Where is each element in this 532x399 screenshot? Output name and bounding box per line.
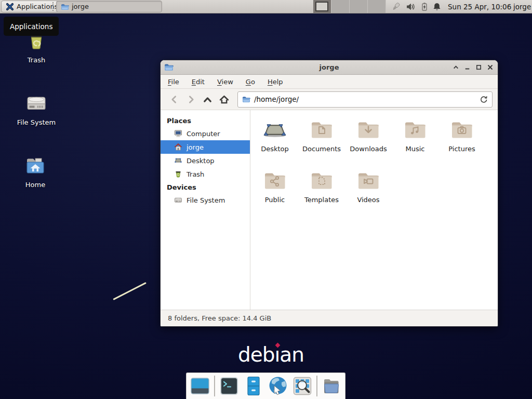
videos-folder-icon [356, 168, 381, 193]
desktop-icon-home[interactable]: Home [10, 154, 60, 189]
directory-menu-launcher[interactable] [321, 376, 342, 396]
notifications-bell-icon[interactable] [432, 2, 442, 11]
menu-view[interactable]: View [217, 78, 233, 86]
up-icon [203, 95, 212, 104]
menu-edit[interactable]: Edit [192, 78, 205, 86]
panel-separator-grip[interactable] [52, 2, 56, 11]
file-item-documents[interactable]: Documents [298, 117, 345, 154]
window-titlebar[interactable]: jorge [161, 60, 498, 75]
minimize-button[interactable] [464, 64, 471, 71]
terminal-launcher[interactable] [219, 376, 240, 396]
location-path[interactable]: /home/jorge/ [254, 95, 475, 103]
file-item-downloads[interactable]: Downloads [345, 117, 392, 154]
templates-folder-icon [309, 168, 334, 193]
maximize-button[interactable] [475, 64, 482, 71]
file-item-templates[interactable]: Templates [298, 168, 345, 205]
sidebar-section-places: Places [161, 114, 250, 127]
location-bar[interactable]: /home/jorge/ [237, 91, 493, 108]
volume-icon[interactable] [406, 2, 415, 11]
sidebar-item-file-system[interactable]: File System [161, 193, 250, 207]
desktop-icon-label: Trash [28, 56, 45, 64]
places-sidebar: Places Computer jorge Desktop Trash [161, 110, 250, 310]
sidebar-item-computer[interactable]: Computer [161, 127, 250, 140]
trash-icon [174, 170, 182, 178]
file-manager-launcher[interactable] [243, 376, 264, 396]
dock-separator [316, 376, 317, 396]
desktop-icon [262, 117, 287, 142]
home-folder-icon [23, 154, 48, 179]
file-item-public[interactable]: Public [251, 168, 298, 205]
workspace-2[interactable] [331, 0, 350, 13]
menu-go[interactable]: Go [246, 78, 255, 86]
desktop-root: Applications jorge Sun 25 Apr, 10:06 jor… [0, 0, 532, 399]
sidebar-item-desktop[interactable]: Desktop [161, 154, 250, 167]
window-folder-icon [164, 62, 174, 72]
reload-icon[interactable] [479, 95, 488, 104]
folder-icon [61, 3, 69, 11]
desktop-settings-launcher[interactable] [190, 376, 210, 396]
workspace-4[interactable] [368, 0, 386, 13]
close-button[interactable] [487, 64, 494, 71]
back-button[interactable] [166, 91, 182, 107]
workspace-1[interactable] [313, 0, 331, 13]
applications-menu-label: Applications [17, 3, 58, 10]
top-panel: Applications jorge Sun 25 Apr, 10:06 jor… [0, 0, 532, 14]
file-item-videos[interactable]: Videos [345, 168, 392, 205]
window-controls [453, 60, 494, 74]
battery-icon[interactable] [420, 2, 429, 11]
folder-icon [242, 95, 250, 103]
up-button[interactable] [199, 91, 216, 107]
pictures-folder-icon [449, 117, 474, 142]
window-title: jorge [161, 63, 498, 71]
status-text: 8 folders, Free space: 14.4 GiB [168, 314, 271, 322]
file-list-view[interactable]: Desktop Documents Downloads Music Pictur… [250, 110, 498, 310]
debian-logo: debıan [238, 343, 304, 366]
desktop-icon-label: Home [25, 181, 45, 189]
sidebar-item-jorge[interactable]: jorge [161, 140, 250, 154]
file-item-music[interactable]: Music [392, 117, 438, 154]
public-folder-icon [262, 168, 287, 193]
file-item-desktop[interactable]: Desktop [251, 117, 298, 154]
home-icon [219, 95, 229, 104]
desktop-icon [174, 156, 182, 165]
home-icon [174, 143, 182, 151]
back-icon [169, 95, 179, 104]
music-folder-icon [403, 117, 428, 142]
status-bar: 8 folders, Free space: 14.4 GiB [161, 310, 498, 326]
menu-file[interactable]: File [168, 78, 179, 86]
clock[interactable]: Sun 25 Apr, 10:06 [448, 0, 511, 13]
web-browser-launcher[interactable] [268, 376, 288, 396]
workspace-3[interactable] [350, 0, 368, 13]
documents-folder-icon [309, 117, 334, 142]
menu-bar: File Edit View Go Help [161, 75, 498, 89]
workspace-switcher [313, 0, 386, 13]
dock-separator [214, 376, 215, 396]
xorg-logo-icon [6, 3, 14, 11]
forward-button[interactable] [182, 91, 199, 107]
downloads-folder-icon [356, 117, 381, 142]
toolbar: /home/jorge/ [161, 89, 498, 110]
stylus-tray-icon[interactable] [391, 2, 401, 11]
desktop-icon-label: File System [17, 118, 56, 126]
desktop-scratch-line [113, 282, 147, 300]
taskbar-window-label: jorge [72, 3, 89, 10]
forward-icon [186, 95, 196, 104]
computer-icon [174, 129, 182, 138]
file-item-pictures[interactable]: Pictures [438, 117, 485, 154]
sidebar-item-trash[interactable]: Trash [161, 167, 250, 181]
home-button[interactable] [216, 91, 232, 107]
sidebar-section-devices: Devices [161, 181, 250, 193]
workspace-window-thumb [315, 2, 328, 11]
desktop-icon-file-system[interactable]: File System [11, 91, 61, 126]
application-finder-launcher[interactable] [292, 376, 313, 396]
bottom-dock [186, 373, 345, 399]
taskbar-window-button[interactable]: jorge [56, 1, 162, 12]
drive-icon [174, 196, 182, 204]
shade-button[interactable] [453, 64, 459, 71]
file-manager-window: jorge File Edit View Go Help /home/jorge… [160, 60, 498, 327]
menu-help[interactable]: Help [268, 78, 283, 86]
applications-tooltip: Applications [4, 17, 59, 36]
drive-icon [24, 91, 49, 116]
panel-username: jorge [513, 0, 531, 13]
